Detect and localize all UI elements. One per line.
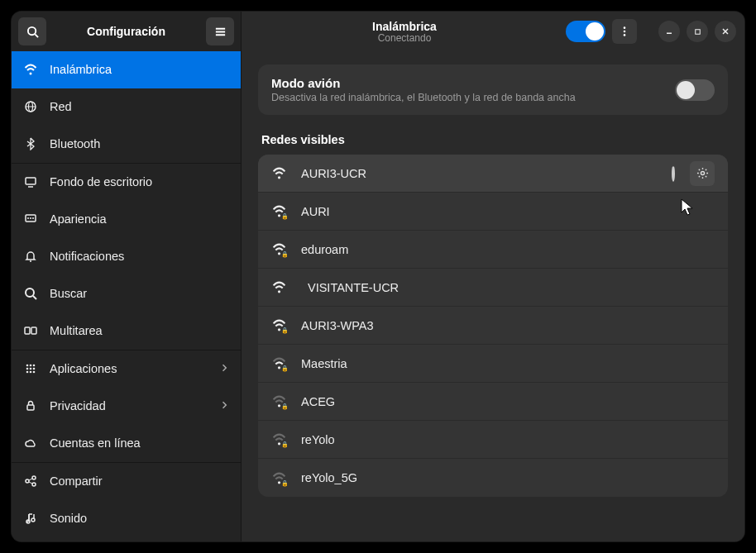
network-name: eduroam <box>301 243 715 256</box>
wifi-signal-icon <box>271 166 286 180</box>
maximize-icon <box>693 27 702 36</box>
wifi-signal-icon: 🔒 <box>271 394 286 408</box>
network-row[interactable]: VISITANTE-UCR <box>258 269 728 307</box>
sidebar-item-network[interactable]: Red <box>12 88 241 126</box>
sidebar-item-label: Privacidad <box>50 399 106 412</box>
maximize-button[interactable] <box>687 21 708 42</box>
sidebar-header: Configuración <box>12 12 241 51</box>
cloud-icon <box>23 436 38 450</box>
network-name: AURI <box>301 205 715 218</box>
sidebar-item-label: Red <box>50 100 72 113</box>
content: Modo avión Desactiva la red inalámbrica,… <box>242 51 744 541</box>
network-row[interactable]: AURI3-UCR <box>258 155 728 193</box>
sidebar-item-accounts[interactable]: Cuentas en línea <box>12 425 241 462</box>
sidebar-item-label: Aplicaciones <box>50 362 117 375</box>
minimize-button[interactable] <box>658 21 680 42</box>
globe-icon <box>23 100 38 113</box>
chevron-right-icon <box>219 362 229 375</box>
wifi-signal-icon: 🔒 <box>271 356 286 370</box>
menu-icon <box>214 26 227 38</box>
main-header: Inalámbrica Conectando <box>242 12 744 51</box>
lock-icon: 🔒 <box>281 365 289 372</box>
network-name: AURI3-WPA3 <box>301 319 715 332</box>
sidebar-item-sound[interactable]: Sonido <box>12 500 241 537</box>
sidebar-item-label: Bluetooth <box>50 137 100 150</box>
sidebar-title: Configuración <box>53 25 199 38</box>
sidebar: Configuración InalámbricaRedBluetoothFon… <box>12 12 242 541</box>
visible-networks-heading: Redes visibles <box>261 133 728 146</box>
sidebar-item-multitask[interactable]: Multitarea <box>12 312 241 350</box>
lock-icon: 🔒 <box>281 403 289 410</box>
sidebar-item-label: Cuentas en línea <box>50 436 141 450</box>
network-settings-button[interactable] <box>690 161 715 186</box>
menu-button[interactable] <box>206 17 234 45</box>
wifi-signal-icon: 🔒 <box>271 204 286 218</box>
sidebar-item-wireless[interactable]: Inalámbrica <box>12 51 241 88</box>
main-panel: Inalámbrica Conectando Modo avión Desact… <box>242 12 744 541</box>
minimize-icon <box>664 26 674 36</box>
gear-icon <box>696 167 709 179</box>
network-name: VISITANTE-UCR <box>301 281 715 294</box>
search-icon <box>23 287 38 300</box>
network-row[interactable]: 🔒reYolo <box>258 421 728 459</box>
sidebar-item-bluetooth[interactable]: Bluetooth <box>12 126 241 163</box>
network-row[interactable]: 🔒eduroam <box>258 231 728 269</box>
display-icon <box>23 175 38 188</box>
kebab-menu-button[interactable] <box>612 19 637 44</box>
lock-icon: 🔒 <box>281 251 289 258</box>
settings-window: Configuración InalámbricaRedBluetoothFon… <box>12 12 744 541</box>
sidebar-item-label: Fondo de escritorio <box>50 175 152 188</box>
lock-icon: 🔒 <box>281 441 289 448</box>
wifi-signal-icon <box>271 280 286 294</box>
sidebar-item-label: Inalámbrica <box>50 63 112 76</box>
lock-icon: 🔒 <box>281 213 289 220</box>
network-row[interactable]: 🔒reYolo_5G <box>258 459 728 497</box>
network-row[interactable]: 🔒ACEG <box>258 383 728 421</box>
sidebar-item-privacy[interactable]: Privacidad <box>12 388 241 425</box>
header-title-block: Inalámbrica Conectando <box>250 20 559 44</box>
sidebar-item-label: Apariencia <box>50 212 107 226</box>
airplane-text: Modo avión Desactiva la red inalámbrica,… <box>271 76 675 103</box>
airplane-toggle[interactable] <box>675 79 715 101</box>
network-name: reYolo_5G <box>301 471 715 484</box>
page-subtitle: Conectando <box>378 32 432 44</box>
lock-icon: 🔒 <box>281 480 289 487</box>
sidebar-item-appearance[interactable]: Apariencia <box>12 201 241 238</box>
bluetooth-icon <box>23 137 38 150</box>
dots-vertical-icon <box>619 26 630 37</box>
sidebar-item-label: Buscar <box>50 287 87 300</box>
chevron-right-icon <box>219 399 229 412</box>
wifi-signal-icon: 🔒 <box>271 432 286 446</box>
appearance-icon <box>23 212 38 226</box>
airplane-title: Modo avión <box>271 76 675 90</box>
multitask-icon <box>23 324 38 337</box>
sidebar-item-label: Multitarea <box>50 324 103 337</box>
close-icon <box>720 26 730 36</box>
page-title: Inalámbrica <box>372 20 437 33</box>
network-row[interactable]: 🔒AURI <box>258 193 728 231</box>
sidebar-item-label: Sonido <box>50 512 87 525</box>
sidebar-item-apps[interactable]: Aplicaciones <box>12 350 241 388</box>
sidebar-item-label: Compartir <box>50 474 103 488</box>
network-row[interactable]: 🔒Maestria <box>258 345 728 383</box>
wifi-master-toggle[interactable] <box>566 21 605 42</box>
sidebar-item-search[interactable]: Buscar <box>12 275 241 312</box>
airplane-subtitle: Desactiva la red inalámbrica, el Bluetoo… <box>271 92 675 103</box>
airplane-mode-row: Modo avión Desactiva la red inalámbrica,… <box>258 64 728 115</box>
wifi-signal-icon: 🔒 <box>271 318 286 332</box>
sound-icon <box>23 512 38 525</box>
sidebar-item-background[interactable]: Fondo de escritorio <box>12 164 241 201</box>
network-name: ACEG <box>301 395 715 408</box>
search-icon <box>26 26 39 38</box>
wifi-signal-icon: 🔒 <box>271 471 286 485</box>
network-row[interactable]: 🔒AURI3-WPA3 <box>258 307 728 345</box>
sidebar-item-notifications[interactable]: Notificaciones <box>12 238 241 275</box>
apps-icon <box>23 362 38 375</box>
sidebar-list: InalámbricaRedBluetoothFondo de escritor… <box>12 51 241 541</box>
lock-icon <box>23 399 38 412</box>
connecting-spinner-icon <box>672 167 675 180</box>
sidebar-item-share[interactable]: Compartir <box>12 463 241 500</box>
search-button[interactable] <box>18 17 46 45</box>
sidebar-item-label: Notificaciones <box>50 250 124 263</box>
close-button[interactable] <box>715 21 736 42</box>
